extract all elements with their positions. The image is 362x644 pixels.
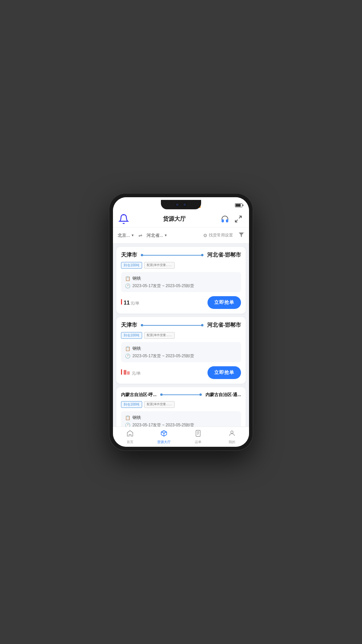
grab-btn-2[interactable]: 立即抢单: [207, 366, 241, 379]
clock-icon-1: 🕐: [125, 283, 130, 288]
price-unit-2: 元/单: [132, 371, 141, 376]
cargo-type-row-1: 📋 钢铁: [125, 275, 237, 281]
cargo-list: 天津市 河北省-邯郸市 到仓100吨 配置(单件货量…… 📋: [113, 244, 249, 427]
bell-button[interactable]: [118, 214, 129, 224]
origin-city-1: 天津市: [121, 252, 137, 259]
camera-left: [175, 203, 179, 207]
settings-button[interactable]: ⚙ 找货常用设置: [203, 232, 233, 238]
card-footer-1: 11 元/单 立即抢单: [121, 296, 241, 309]
price-area-1: 11 元/单: [121, 299, 139, 306]
tag-config-2: 配置(单件货量……: [144, 332, 175, 339]
cargo-type-row-2: 📋 钢铁: [125, 345, 237, 352]
nav-item-home[interactable]: 首页: [113, 430, 147, 444]
cargo-type-row-3: 📋 钢铁: [125, 415, 237, 421]
tags-1: 到仓100吨 配置(单件货量……: [121, 262, 241, 269]
svg-point-10: [231, 431, 233, 433]
dest-city-1: 河北省-邯郸市: [207, 252, 241, 259]
price-unit-1: 元/单: [130, 301, 139, 306]
filter-bar: 北京... ▼ ⇌ 河北省... ▼ ⚙ 找货常用设置: [113, 227, 249, 244]
nav-label-profile: 我的: [229, 440, 235, 444]
nav-label-orders: 运单: [195, 440, 201, 444]
origin-selector[interactable]: 北京... ▼: [118, 232, 134, 238]
gear-icon: ⚙: [203, 233, 207, 238]
dest-city-2: 河北省-邯郸市: [207, 322, 241, 329]
route-header-2: 天津市 河北省-邯郸市: [121, 322, 241, 329]
cargo-info-2: 📋 钢铁 🕐 2023-05-17发货 ~ 2023-05-25卸货: [121, 342, 241, 362]
cargo-date-row-1: 🕐 2023-05-17发货 ~ 2023-05-25卸货: [125, 283, 237, 289]
card-footer-2: 元/单 立即抢单: [121, 366, 241, 379]
cargo-icon-1: 📋: [125, 276, 130, 281]
nav-item-cargo[interactable]: 货源大厅: [147, 430, 181, 444]
status-right: [235, 203, 242, 207]
cargo-date-text-3: 2023-05-17发货 ~ 2023-05-25卸货: [132, 422, 194, 427]
clock-icon-3: 🕐: [125, 423, 130, 427]
svg-marker-3: [239, 232, 244, 237]
tag-config-1: 配置(单件货量……: [144, 262, 175, 269]
route-header-3: 内蒙古自治区-呼... 内蒙古自治区-通...: [121, 392, 241, 398]
svg-point-0: [123, 214, 124, 215]
phone-frame: 📶 货源大厅: [109, 193, 253, 451]
nav-item-orders[interactable]: 运单: [181, 430, 215, 444]
notch: [161, 200, 201, 209]
tag-config-3: 配置(单件货量……: [144, 401, 175, 408]
cargo-date-row-2: 🕐 2023-05-17发货 ~ 2023-05-25卸货: [125, 353, 237, 359]
cube-icon: [160, 430, 168, 439]
origin-chevron: ▼: [131, 233, 134, 237]
nav-item-profile[interactable]: 我的: [215, 430, 249, 444]
cargo-date-text-2: 2023-05-17发货 ~ 2023-05-25卸货: [132, 353, 194, 359]
cargo-info-3: 📋 钢铁 🕐 2023-05-17发货 ~ 2023-05-25卸货: [121, 411, 241, 427]
cargo-card-3: 内蒙古自治区-呼... 内蒙古自治区-通... 到仓100吨 配置(单件货量……: [116, 387, 246, 427]
tag-tonnage-1: 到仓100吨: [121, 262, 142, 269]
headphone-button[interactable]: [220, 214, 230, 224]
dest-chevron: ▼: [164, 233, 168, 237]
cargo-type-text-1: 钢铁: [132, 275, 141, 281]
filter-button[interactable]: [238, 232, 244, 239]
destination-selector[interactable]: 河北省... ▼: [146, 232, 168, 238]
grab-btn-1[interactable]: 立即抢单: [207, 296, 241, 309]
battery-icon: [235, 203, 242, 207]
cargo-icon-3: 📋: [125, 415, 130, 420]
page-title: 货源大厅: [163, 215, 186, 223]
app-header: 货源大厅: [113, 211, 249, 227]
route-header-1: 天津市 河北省-邯郸市: [121, 252, 241, 259]
cargo-card-2: 天津市 河北省-邯郸市 到仓100吨 配置(单件货量…… 📋: [116, 317, 246, 384]
phone-screen: 📶 货源大厅: [113, 197, 249, 447]
clock-icon-2: 🕐: [125, 354, 130, 359]
home-icon: [126, 430, 134, 439]
cargo-icon-2: 📋: [125, 346, 130, 351]
swap-icon[interactable]: ⇌: [138, 233, 142, 238]
origin-city-2: 天津市: [121, 322, 137, 329]
cargo-date-row-3: 🕐 2023-05-17发货 ~ 2023-05-25卸货: [125, 422, 237, 427]
svg-line-2: [235, 220, 238, 222]
header-right: [220, 214, 244, 224]
tags-2: 到仓100吨 配置(单件货量……: [121, 332, 241, 339]
cargo-type-text-3: 钢铁: [132, 415, 141, 421]
nav-label-home: 首页: [127, 440, 133, 444]
bottom-nav: 首页 货源大厅: [113, 427, 249, 447]
cargo-info-1: 📋 钢铁 🕐 2023-05-17发货 ~ 2023-05-25卸货: [121, 272, 241, 292]
price-bar-2: [121, 369, 122, 375]
cargo-type-text-2: 钢铁: [132, 345, 141, 352]
tag-tonnage-2: 到仓100吨: [121, 332, 142, 339]
price-bar-1: [121, 299, 122, 305]
svg-rect-6: [196, 430, 200, 436]
origin-city-3: 内蒙古自治区-呼...: [121, 392, 157, 398]
cargo-card-1: 天津市 河北省-邯郸市 到仓100吨 配置(单件货量…… 📋: [116, 247, 246, 314]
camera-right: [183, 203, 187, 207]
price-value-1: 11: [124, 300, 130, 306]
document-icon: [194, 430, 202, 439]
expand-button[interactable]: [233, 214, 244, 224]
svg-marker-5: [161, 430, 167, 433]
cargo-date-text-1: 2023-05-17发货 ~ 2023-05-25卸货: [132, 283, 194, 289]
dest-city-3: 内蒙古自治区-通...: [205, 392, 241, 398]
tags-3: 到仓100吨 配置(单件货量……: [121, 401, 241, 408]
nav-label-cargo: 货源大厅: [157, 440, 171, 444]
tag-tonnage-3: 到仓100吨: [121, 401, 142, 408]
price-area-2: 元/单: [121, 369, 141, 376]
person-icon: [228, 430, 236, 439]
svg-line-1: [239, 216, 241, 218]
